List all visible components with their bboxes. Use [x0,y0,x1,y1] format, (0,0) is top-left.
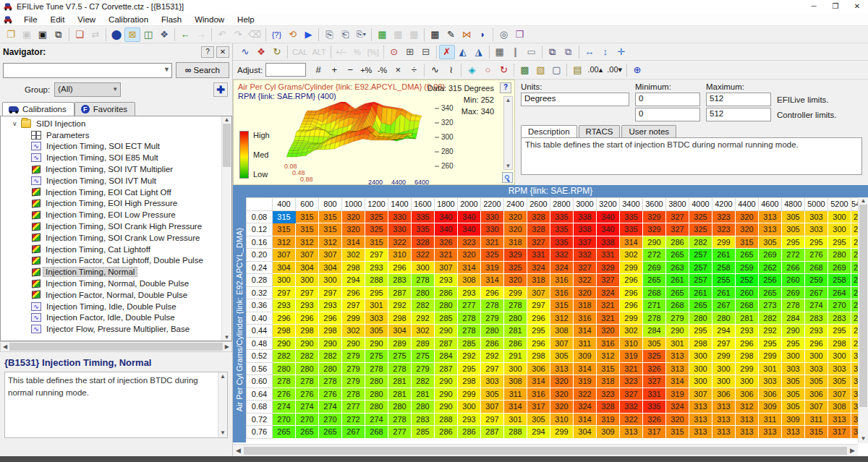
map-cell[interactable]: 313 [620,426,643,439]
map-cell[interactable]: 285 [435,312,458,325]
tree-item[interactable]: Injection Timing, EOI Cat Light Off [5,187,231,198]
smooth-button[interactable]: ∿ [427,63,443,77]
map-cell[interactable]: 303 [365,312,388,325]
refresh-icon[interactable]: ⟲ [284,27,300,42]
map-cell[interactable]: 327 [620,388,643,401]
map-cell[interactable]: 330 [481,210,504,223]
map-cell[interactable]: 290 [296,337,319,350]
map-cell[interactable]: 260 [736,286,759,299]
map-cell[interactable]: 328 [527,223,550,236]
map-cell[interactable]: 283 [388,274,412,287]
add-button[interactable]: + [326,63,342,77]
adjust-value-input[interactable] [265,63,306,77]
map-cell[interactable]: 315 [273,210,296,223]
map-cell[interactable]: 280 [412,286,435,299]
row-header[interactable]: 0.52 [247,350,273,363]
menu-help[interactable]: Help [231,15,261,24]
menu-edit[interactable]: Edit [44,15,72,24]
map-cell[interactable]: 280 [319,362,342,375]
map-cell[interactable]: 315 [296,223,319,236]
map-cell[interactable]: 282 [273,350,296,363]
map-cell[interactable]: 280 [296,362,319,375]
map-cell[interactable]: 322 [620,413,643,426]
row-header[interactable]: 0.08 [247,210,273,223]
map-cell[interactable]: 315 [365,236,388,249]
column-header[interactable]: 1400 [388,198,412,211]
map-cell[interactable]: 314 [481,274,504,287]
search-button[interactable]: ∞ Search [176,62,229,78]
map-cell[interactable]: 280 [365,375,388,388]
column-header[interactable]: 5200 [828,198,851,211]
map-cell[interactable]: 301 [365,299,388,312]
add-percent-button[interactable]: +% [358,63,374,77]
map-cell[interactable]: 277 [458,299,481,312]
program-pcm-icon[interactable]: ▦ [390,27,406,42]
copy-icon[interactable]: ⎘ [321,27,337,42]
map-cell[interactable]: 338 [574,210,597,223]
map-cell[interactable]: 305 [643,337,666,350]
tree-item[interactable]: Injection Timing, EOI High Pressure [5,198,231,210]
description-scrollbar[interactable]: ▲ ▼ [218,372,227,437]
map-cell[interactable]: 307 [296,249,319,262]
map-cell[interactable]: 308 [828,401,851,414]
map-cell[interactable]: 297 [527,299,550,312]
bbx-icon[interactable]: ◎ [495,27,511,42]
scroll-up-icon[interactable]: ▲ [859,197,868,204]
map-cell[interactable]: 312 [597,350,620,363]
units-percent-abs-icon[interactable]: [%] [365,45,381,59]
map-cell[interactable]: 304 [574,426,597,439]
map-cell[interactable]: 319 [597,413,620,426]
scroll-left-icon[interactable]: ◀ [233,447,244,454]
minimize-button[interactable]: ─ [803,0,825,13]
map-cell[interactable]: 327 [527,236,550,249]
divide-button[interactable]: ÷ [406,63,422,77]
save-icon[interactable]: ▣ [19,27,35,42]
map-cell[interactable]: 277 [342,401,365,414]
validate-icon[interactable]: {?} [268,27,284,42]
save-all-icon[interactable]: ⧉ [51,27,67,42]
map-cell[interactable]: 327 [666,223,689,236]
column-header[interactable]: 5000 [805,198,828,211]
map-cell[interactable]: 323 [712,223,736,236]
map-cell[interactable]: 300 [296,274,319,287]
map-cell[interactable]: 318 [597,375,620,388]
map-cell[interactable]: 268 [666,299,689,312]
map-cell[interactable]: 282 [296,350,319,363]
map-cell[interactable]: 304 [388,325,412,338]
cal-remove-icon[interactable]: ⊟ [418,45,434,59]
map-cell[interactable]: 314 [527,375,550,388]
map-cell[interactable]: 292 [458,350,481,363]
search-input[interactable]: ▼ [3,63,172,78]
map-cell[interactable]: 313 [666,362,689,375]
tab-user-notes[interactable]: User notes [621,125,676,137]
map-cell[interactable]: 296 [620,274,643,287]
row-header[interactable]: 0.12 [247,223,273,236]
row-header[interactable]: 0.48 [247,337,273,350]
map-cell[interactable]: 299 [712,350,736,363]
map-cell[interactable]: 287 [435,362,458,375]
map-cell[interactable]: 298 [273,325,296,338]
map-cell[interactable]: 330 [481,223,504,236]
map-cell[interactable]: 299 [620,261,643,274]
map-cell[interactable]: 301 [666,337,689,350]
map-cell[interactable]: 321 [597,299,620,312]
decimal-decrease-button[interactable]: .00▾ [605,63,624,77]
map-cell[interactable]: 307 [828,388,851,401]
map-cell[interactable]: 296 [319,312,342,325]
map-cell[interactable]: 298 [296,325,319,338]
tree-item[interactable]: ∿Injector Flow, Pressure Multiplier, Bas… [5,323,231,335]
map-cell[interactable]: 340 [458,210,481,223]
map-cell[interactable]: 305 [365,325,388,338]
map-cell[interactable]: 320 [736,210,759,223]
menu-calibration[interactable]: Calibration [102,15,155,24]
map-cell[interactable]: 278 [365,362,388,375]
scroll-up-icon[interactable]: ▲ [222,116,231,123]
tree-item[interactable]: ∿Injection Timing, SOI ECT Mult [5,141,231,153]
scroll-left-icon[interactable]: ◀ [1,343,9,350]
table-horizontal-scrollbar[interactable]: ◀ ▶ [233,444,858,456]
back-icon[interactable]: ← [177,27,193,42]
map-cell[interactable]: 284 [782,312,805,325]
map-cell[interactable]: 314 [620,236,643,249]
map-cell[interactable]: 299 [504,286,527,299]
map-cell[interactable]: 307 [435,261,458,274]
